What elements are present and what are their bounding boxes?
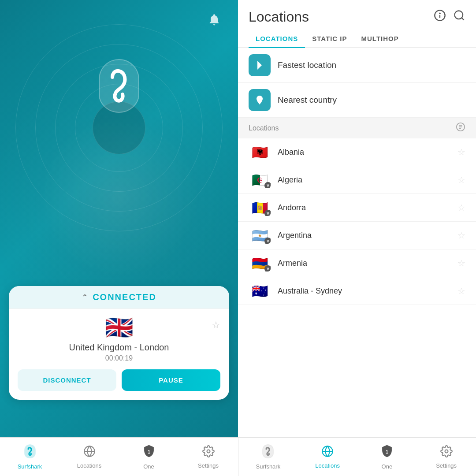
ripple-bg: [13, 22, 225, 234]
ripple-5: [15, 24, 223, 231]
albania-star-icon[interactable]: ☆: [457, 147, 465, 157]
algeria-star-icon[interactable]: ☆: [457, 175, 465, 185]
section-sort-icon[interactable]: [456, 122, 465, 134]
right-panel: Locations LOCATIONS: [238, 0, 476, 437]
argentina-flag: 🇦🇷 V: [249, 227, 271, 244]
flag-area: 🇬🇧 ☆: [18, 316, 220, 339]
nav-left-surfshark[interactable]: Surfshark: [0, 438, 60, 476]
nearest-icon: [249, 89, 271, 111]
shield-nav-icon-right: 1: [381, 444, 393, 461]
favorite-star-icon[interactable]: ☆: [212, 320, 220, 331]
australia-name: Australia - Sydney: [278, 286, 457, 296]
tab-multihop[interactable]: MULTIHOP: [354, 30, 406, 48]
fastest-label: Fastest location: [278, 60, 336, 70]
country-item-andorra[interactable]: 🇦🇩 V Andorra ☆: [238, 194, 476, 222]
notification-icon[interactable]: [208, 13, 220, 30]
left-nav: Surfshark Locations 1 On: [0, 438, 238, 476]
nav-left-surfshark-label: Surfshark: [18, 463, 42, 470]
card-buttons: DISCONNECT PAUSE: [18, 369, 220, 391]
card-body: 🇬🇧 ☆ United Kingdom - London 00:00:19 DI…: [9, 309, 229, 391]
pause-button[interactable]: PAUSE: [122, 369, 220, 391]
algeria-flag: 🇩🇿 V: [249, 171, 271, 188]
right-header: Locations: [238, 0, 476, 25]
country-item-australia[interactable]: 🇦🇺 Australia - Sydney ☆: [238, 277, 476, 305]
andorra-flag: 🇦🇩 V: [249, 199, 271, 216]
fastest-location-item[interactable]: Fastest location: [238, 48, 476, 83]
right-nav: Surfshark Locations 1 One: [238, 438, 476, 476]
connected-card: ⌃ CONNECTED 🇬🇧 ☆ United Kingdom - London…: [9, 286, 229, 400]
panel-title: Locations: [249, 9, 309, 25]
nav-left-locations-label: Locations: [77, 462, 102, 469]
nav-left-settings-label: Settings: [198, 462, 219, 469]
country-item-albania[interactable]: 🇦🇱 Albania ☆: [238, 138, 476, 166]
surfshark-nav-icon-right: [262, 444, 274, 461]
svg-point-10: [207, 450, 210, 453]
svg-point-14: [445, 450, 448, 453]
tab-static-ip[interactable]: STATIC IP: [305, 30, 354, 48]
albania-name: Albania: [278, 148, 457, 157]
argentina-star-icon[interactable]: ☆: [457, 230, 465, 241]
albania-flag: 🇦🇱: [249, 144, 271, 160]
settings-nav-icon-right: [440, 445, 453, 461]
search-icon[interactable]: [453, 9, 465, 25]
country-flag: 🇬🇧: [105, 316, 134, 339]
info-icon[interactable]: [434, 9, 446, 25]
nav-left-locations[interactable]: Locations: [60, 438, 119, 476]
header-icons: [434, 9, 465, 25]
nav-left-settings[interactable]: Settings: [178, 438, 238, 476]
globe-nav-icon-right: [321, 445, 334, 461]
location-name: United Kingdom - London: [69, 342, 169, 353]
armenia-star-icon[interactable]: ☆: [457, 258, 465, 268]
andorra-star-icon[interactable]: ☆: [457, 202, 465, 213]
country-item-argentina[interactable]: 🇦🇷 V Argentina ☆: [238, 222, 476, 249]
section-header: Locations: [238, 118, 476, 138]
shield-nav-icon-left: 1: [143, 444, 155, 461]
left-panel: ⌃ CONNECTED 🇬🇧 ☆ United Kingdom - London…: [0, 0, 238, 437]
nav-right-surfshark[interactable]: Surfshark: [238, 438, 298, 476]
svg-text:1: 1: [386, 449, 388, 454]
argentina-v-badge: V: [264, 238, 271, 244]
surfshark-logo: [95, 57, 143, 115]
connected-header[interactable]: ⌃ CONNECTED: [9, 286, 229, 309]
armenia-name: Armenia: [278, 259, 457, 268]
tab-locations[interactable]: LOCATIONS: [249, 30, 305, 48]
nav-left-one-label: One: [143, 463, 154, 470]
nearest-country-item[interactable]: Nearest country: [238, 83, 476, 118]
section-title: Locations: [249, 124, 279, 132]
fastest-icon: [249, 54, 271, 76]
chevron-up-icon: ⌃: [82, 293, 88, 302]
armenia-flag: 🇦🇲 V: [249, 255, 271, 271]
surfshark-nav-icon: [24, 444, 36, 461]
nav-right-surfshark-label: Surfshark: [256, 463, 281, 470]
svg-text:1: 1: [148, 449, 150, 454]
country-item-armenia[interactable]: 🇦🇲 V Armenia ☆: [238, 249, 476, 277]
nav-right-locations[interactable]: Locations: [298, 438, 357, 476]
nav-right-one-label: One: [382, 463, 393, 470]
connected-status: CONNECTED: [93, 292, 156, 302]
australia-flag: 🇦🇺: [249, 283, 271, 299]
nav-right-locations-label: Locations: [315, 462, 340, 469]
algeria-v-badge: V: [264, 182, 271, 188]
disconnect-button[interactable]: DISCONNECT: [18, 369, 116, 391]
andorra-v-badge: V: [264, 210, 271, 216]
country-item-algeria[interactable]: 🇩🇿 V Algeria ☆: [238, 166, 476, 194]
nearest-label: Nearest country: [278, 95, 337, 105]
andorra-name: Andorra: [278, 203, 457, 212]
armenia-v-badge: V: [264, 265, 271, 271]
argentina-name: Argentina: [278, 231, 457, 240]
bottom-navigation: Surfshark Locations 1 On: [0, 437, 476, 476]
locations-list: Fastest location Nearest country Locatio…: [238, 48, 476, 437]
svg-line-4: [461, 18, 464, 20]
connection-timer: 00:00:19: [105, 354, 133, 362]
nav-right-settings[interactable]: Settings: [416, 438, 476, 476]
svg-point-3: [455, 11, 463, 19]
globe-nav-icon-left: [83, 445, 96, 461]
nav-right-one[interactable]: 1 One: [357, 438, 417, 476]
australia-star-icon[interactable]: ☆: [457, 286, 465, 296]
nav-left-one[interactable]: 1 One: [119, 438, 178, 476]
settings-nav-icon-left: [202, 445, 215, 461]
algeria-name: Algeria: [278, 175, 457, 185]
nav-right-settings-label: Settings: [436, 462, 457, 469]
tab-bar: LOCATIONS STATIC IP MULTIHOP: [238, 30, 476, 48]
